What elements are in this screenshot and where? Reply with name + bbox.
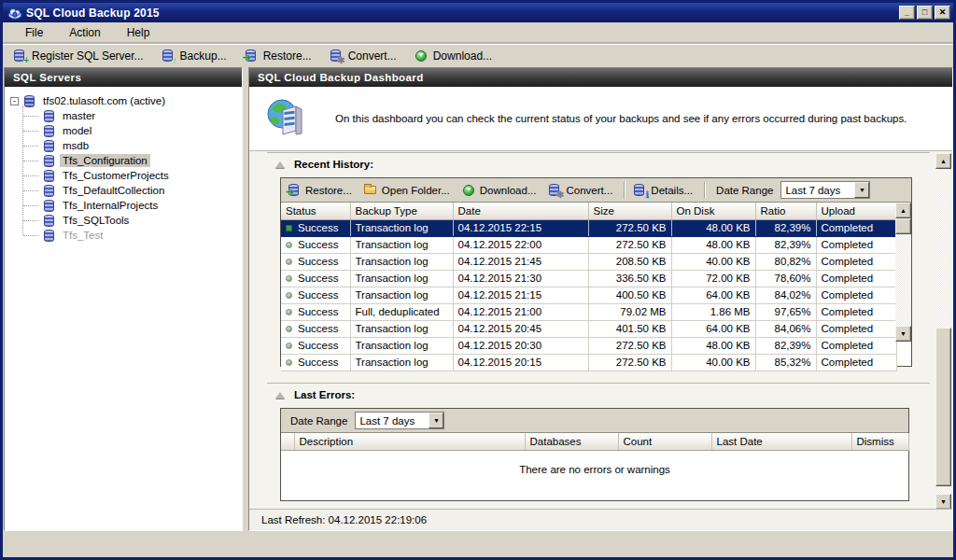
success-status-icon (286, 309, 292, 315)
column-header-count[interactable]: Count (618, 433, 711, 450)
column-header-description[interactable]: Description (294, 433, 525, 450)
column-header-last-date[interactable]: Last Date (711, 433, 851, 450)
open-folder--button[interactable]: Open Folder... (361, 181, 456, 200)
menu-item-action[interactable]: Action (56, 23, 113, 43)
restore--button[interactable]: ➔Restore... (240, 47, 319, 65)
table-row[interactable]: SuccessTransaction log04.12.2015 20:1527… (281, 354, 896, 371)
open-folder-icon (363, 183, 378, 198)
column-header-size[interactable]: Size (588, 203, 671, 219)
sql-servers-panel: SQL Servers - tfs02.tulasoft.com (active… (4, 67, 243, 531)
size-cell: 272.50 KB (588, 337, 671, 354)
chevron-down-icon[interactable]: ▼ (854, 182, 869, 198)
table-row[interactable]: SuccessTransaction log04.12.2015 21:3033… (281, 270, 896, 287)
sql-servers-header: SQL Servers (5, 68, 242, 87)
close-button[interactable]: ✕ (935, 6, 950, 20)
server-tree: - tfs02.tulasoft.com (active) mastermode… (5, 87, 242, 243)
column-header-upload[interactable]: Upload (816, 203, 896, 219)
title-bar: SQL Cloud Backup 2015 _ □ ✕ (3, 3, 953, 22)
column-header-databases[interactable]: Databases (525, 433, 618, 450)
menu-item-file[interactable]: File (12, 23, 56, 43)
database-label[interactable]: Tfs_CustomerProjects (60, 169, 172, 182)
column-header-dismiss[interactable]: Dismiss (851, 433, 908, 450)
database-label[interactable]: Tfs_DefaultCollection (60, 184, 167, 197)
table-row[interactable]: SuccessFull, deduplicated04.12.2015 21:0… (281, 303, 896, 320)
database-label[interactable]: Tfs_InternalProjects (60, 199, 161, 212)
scrollbar-thumb[interactable] (895, 218, 911, 234)
column-header-icon[interactable] (281, 433, 294, 450)
backup-type-cell: Transaction log (350, 320, 453, 337)
button-label: Download... (433, 49, 492, 63)
scroll-up-icon[interactable]: ▲ (895, 203, 911, 218)
column-header-on-disk[interactable]: On Disk (671, 203, 755, 219)
column-header-status[interactable]: Status (281, 203, 350, 219)
download--button[interactable]: Download... (459, 181, 542, 200)
tree-node-tfs_test[interactable]: Tfs_Test (21, 228, 240, 243)
database-icon (42, 229, 56, 243)
menu-item-help[interactable]: Help (114, 23, 163, 43)
tree-node-master[interactable]: master (21, 108, 240, 123)
scrollbar-thumb[interactable] (935, 328, 951, 486)
backup-type-cell: Transaction log (350, 354, 453, 371)
column-header-ratio[interactable]: Ratio (755, 203, 816, 219)
download--button[interactable]: Download... (410, 47, 499, 65)
errors-date-range-select[interactable]: Last 7 days ▼ (355, 412, 444, 429)
database-label[interactable]: Tfs_Test (60, 229, 105, 242)
table-row[interactable]: SuccessTransaction log04.12.2015 22:1527… (281, 219, 896, 236)
button-label: Open Folder... (382, 185, 450, 196)
recent-history-section: Recent History: (275, 159, 373, 170)
convert--button[interactable]: ✱Convert... (325, 47, 404, 65)
collapse-icon[interactable] (275, 161, 285, 168)
table-row[interactable]: SuccessTransaction log04.12.2015 21:1540… (281, 287, 896, 303)
database-icon (42, 109, 56, 123)
database-label[interactable]: master (60, 109, 98, 122)
convert-icon: ✱ (547, 183, 562, 198)
details--button[interactable]: ℹDetails... (630, 181, 698, 200)
table-row[interactable]: SuccessTransaction log04.12.2015 20:4540… (281, 320, 896, 337)
scroll-up-icon[interactable]: ▲ (935, 153, 951, 169)
restore--button[interactable]: ➔Restore... (285, 181, 358, 200)
database-label[interactable]: Tfs_SQLTools (60, 214, 132, 227)
scroll-down-icon[interactable]: ▼ (895, 326, 911, 342)
convert--button[interactable]: ✱Convert... (545, 181, 618, 200)
register-sql-server--button[interactable]: +Register SQL Server... (8, 47, 151, 65)
button-label: Register SQL Server... (32, 49, 144, 63)
database-label[interactable]: msdb (60, 139, 91, 152)
tree-expander-icon[interactable]: - (10, 97, 19, 105)
button-label: Convert... (348, 49, 397, 63)
backup--button[interactable]: ↑Backup... (157, 47, 234, 65)
tree-node-tfs_defaultcollection[interactable]: Tfs_DefaultCollection (21, 183, 240, 198)
tree-node-tfs_sqltools[interactable]: Tfs_SQLTools (21, 213, 240, 228)
table-row[interactable]: SuccessTransaction log04.12.2015 20:3027… (281, 337, 896, 354)
collapse-icon[interactable] (275, 392, 285, 399)
on-disk-cell: 72.00 KB (671, 270, 755, 287)
ratio-cell: 97,65% (755, 303, 816, 320)
scroll-down-icon[interactable]: ▼ (935, 494, 951, 509)
tree-node-tfs_configuration[interactable]: Tfs_Configuration (21, 153, 240, 168)
column-header-date[interactable]: Date (453, 203, 588, 219)
database-label[interactable]: model (60, 124, 94, 137)
download-icon (414, 49, 429, 63)
size-cell: 208.50 KB (588, 253, 671, 270)
tree-node-tfs_internalprojects[interactable]: Tfs_InternalProjects (21, 198, 240, 213)
tree-node-server[interactable]: - tfs02.tulasoft.com (active) (10, 93, 240, 108)
chevron-down-icon[interactable]: ▼ (429, 413, 443, 428)
minimize-button[interactable]: _ (899, 6, 915, 20)
table-row[interactable]: SuccessTransaction log04.12.2015 21:4520… (281, 253, 896, 270)
tree-node-model[interactable]: model (21, 123, 240, 138)
status-text: Success (298, 273, 338, 284)
history-date-range-select[interactable]: Last 7 days▼ (780, 181, 870, 199)
column-header-backup-type[interactable]: Backup Type (350, 203, 453, 219)
status-text: Success (298, 222, 338, 233)
database-label[interactable]: Tfs_Configuration (60, 154, 150, 167)
status-cell: Success (281, 337, 350, 354)
maximize-button[interactable]: □ (917, 6, 933, 20)
tree-node-tfs_customerprojects[interactable]: Tfs_CustomerProjects (21, 168, 240, 183)
table-row[interactable]: SuccessTransaction log04.12.2015 22:0027… (281, 236, 896, 253)
date-cell: 04.12.2015 20:15 (453, 354, 588, 371)
dashboard-scrollbar[interactable]: ▲ ▼ (935, 153, 951, 509)
button-label: Backup... (180, 49, 227, 63)
recent-history-scrollbar[interactable]: ▲ ▼ (895, 203, 911, 342)
tree-node-msdb[interactable]: msdb (21, 138, 240, 153)
server-label[interactable]: tfs02.tulasoft.com (active) (40, 94, 168, 107)
status-cell: Success (281, 236, 350, 253)
